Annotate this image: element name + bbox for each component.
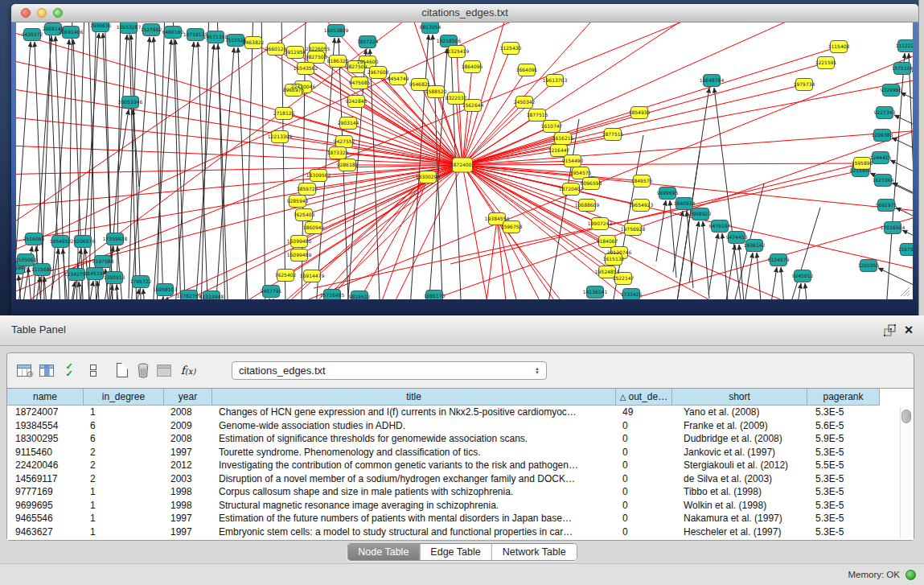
table-toolbar: ⚙ ✓✓ (7, 353, 914, 387)
table-cell: Estimation of significance thresholds fo… (212, 432, 616, 446)
svg-text:9475685: 9475685 (349, 80, 371, 85)
column-header-outde[interactable]: △out_de… (616, 389, 672, 406)
table-row[interactable]: 1830029562008Estimation of significance … (7, 432, 914, 446)
close-icon[interactable]: × (901, 320, 916, 340)
column-header-short[interactable]: short (672, 389, 807, 406)
function-builder-icon[interactable]: f(x) (179, 361, 197, 379)
tab-edge-table[interactable]: Edge Table (420, 544, 491, 560)
table-row[interactable]: 911546021997Tourette syndrome. Phenomeno… (7, 446, 914, 459)
svg-text:1686170: 1686170 (424, 293, 446, 299)
table-cell: 5.9E-5 (807, 432, 880, 446)
table-row[interactable]: 946362711997Embryonic stem cells: a mode… (7, 525, 914, 539)
table-column-settings-icon[interactable]: ⚙ (15, 361, 33, 379)
table-cell: 2003 (164, 472, 212, 486)
status-bar: Memory: OK (0, 563, 924, 585)
column-header-indegree[interactable]: in_degree (84, 389, 164, 406)
network-window-titlebar[interactable]: citations_edges.txt (11, 4, 918, 23)
svg-text:8958923: 8958923 (690, 211, 712, 216)
svg-text:20691406: 20691406 (59, 29, 84, 35)
svg-text:16958107: 16958107 (153, 286, 178, 292)
table-cell: Changes of HCN gene expression and I(f) … (212, 406, 616, 419)
table-cell: 5.3E-5 (807, 525, 880, 539)
table-cell: 1997 (164, 446, 212, 459)
table-cell: 5.3E-5 (807, 446, 880, 459)
svg-text:1527602: 1527602 (141, 27, 162, 32)
table-cell: 5.3E-5 (807, 485, 880, 499)
table-row[interactable]: 2242004622012Investigating the contribut… (7, 459, 914, 472)
table-cell: 0 (616, 432, 672, 446)
memory-ok-indicator[interactable] (906, 570, 916, 580)
table-cell: 14569117 (7, 472, 84, 486)
table-cell: 5.3E-5 (807, 512, 880, 525)
show-columns-icon[interactable] (38, 361, 55, 379)
svg-text:17016504: 17016504 (881, 225, 906, 230)
svg-text:1216447: 1216447 (548, 147, 570, 153)
svg-text:18907243: 18907243 (588, 220, 613, 226)
svg-text:5692971: 5692971 (876, 202, 897, 208)
svg-text:1954652: 1954652 (50, 238, 72, 244)
table-cell: 5.3E-5 (807, 499, 880, 513)
network-window[interactable]: citations_edges.txt 94355722069140206914… (11, 4, 918, 315)
svg-text:1350513: 1350513 (104, 274, 125, 280)
svg-text:16099480: 16099480 (287, 238, 312, 244)
svg-text:8096598: 8096598 (581, 180, 602, 186)
svg-text:9699695: 9699695 (657, 190, 679, 196)
svg-text:1596758: 1596758 (501, 224, 523, 229)
svg-text:16914479: 16914479 (300, 273, 325, 278)
svg-text:1859727: 1859727 (297, 186, 318, 192)
svg-text:1167531: 1167531 (898, 246, 913, 252)
svg-text:1860942: 1860942 (303, 225, 325, 230)
table-cell: Embryonic stem cells: a model to study s… (212, 525, 616, 539)
network-canvas[interactable]: 9435572206914020691406793063610653287152… (16, 23, 913, 299)
delete-table-icon[interactable] (134, 361, 152, 379)
svg-text:23226055: 23226055 (306, 46, 331, 51)
column-header-title[interactable]: title (212, 389, 616, 406)
table-row[interactable]: 946554611997Estimation of the future num… (7, 512, 914, 525)
table-cell: 1 (84, 485, 164, 499)
table-row[interactable]: 1872400712008Changes of HCN gene express… (7, 406, 914, 419)
citation-network-graph[interactable]: 9435572206914020691406793063610653287152… (16, 23, 913, 299)
column-header-year[interactable]: year (164, 389, 212, 406)
scrollbar-thumb[interactable] (901, 410, 911, 423)
table-cell: 2012 (164, 459, 212, 472)
table-cell: 19384554 (7, 419, 84, 433)
svg-text:12213399: 12213399 (268, 134, 293, 139)
table-cell: 0 (616, 525, 672, 539)
svg-text:3915943: 3915943 (16, 265, 27, 270)
svg-text:9457791: 9457791 (261, 288, 282, 294)
import-table-icon[interactable] (155, 361, 173, 379)
table-body: 1872400712008Changes of HCN gene express… (7, 406, 914, 538)
table-select-dropdown[interactable]: citations_edges.txt ▲▼ (232, 361, 547, 380)
vertical-scrollbar[interactable] (900, 407, 912, 538)
svg-text:2516065: 2516065 (23, 236, 45, 241)
svg-text:1588520: 1588520 (425, 89, 447, 94)
svg-text:9329966: 9329966 (881, 87, 902, 93)
tab-node-table[interactable]: Node Table (347, 544, 420, 560)
svg-text:9546821: 9546821 (409, 81, 431, 87)
svg-text:2522147: 2522147 (613, 275, 634, 281)
table-row[interactable]: 1938455462009Genome-wide association stu… (7, 419, 914, 433)
svg-text:16782759: 16782759 (177, 293, 202, 299)
table-cell: 5.6E-5 (807, 419, 880, 433)
column-header-name[interactable]: name (7, 389, 84, 406)
table-cell: Yano et al. (2008) (672, 406, 807, 419)
svg-text:1575104: 1575104 (892, 65, 913, 71)
svg-text:1616216: 1616216 (552, 135, 574, 141)
row-height-icon[interactable] (84, 361, 102, 379)
table-row[interactable]: 1456911722003Disruption of a novel membe… (7, 472, 914, 486)
svg-text:1145197: 1145197 (84, 270, 106, 276)
table-cell: Tibbo et al. (1998) (672, 485, 807, 499)
create-table-icon[interactable] (113, 361, 131, 379)
table-panel-header: Table Panel × (0, 315, 924, 346)
float-window-icon[interactable] (884, 324, 897, 337)
select-all-columns-icon[interactable]: ✓✓ (60, 361, 78, 379)
table-select-value: citations_edges.txt (239, 365, 326, 377)
tab-network-table[interactable]: Network Table (492, 544, 577, 560)
svg-text:9242845: 9242845 (346, 98, 368, 104)
table-row[interactable]: 969969511998Structural magnetic resonanc… (7, 499, 914, 513)
table-row[interactable]: 977716911998Corpus callosum shape and si… (7, 485, 914, 499)
column-header-pagerank[interactable]: pagerank (807, 389, 880, 406)
table-cell: 1998 (164, 499, 212, 513)
table-cell: Disruption of a novel member of a sodium… (212, 472, 616, 486)
table-panel-title: Table Panel (11, 315, 66, 346)
